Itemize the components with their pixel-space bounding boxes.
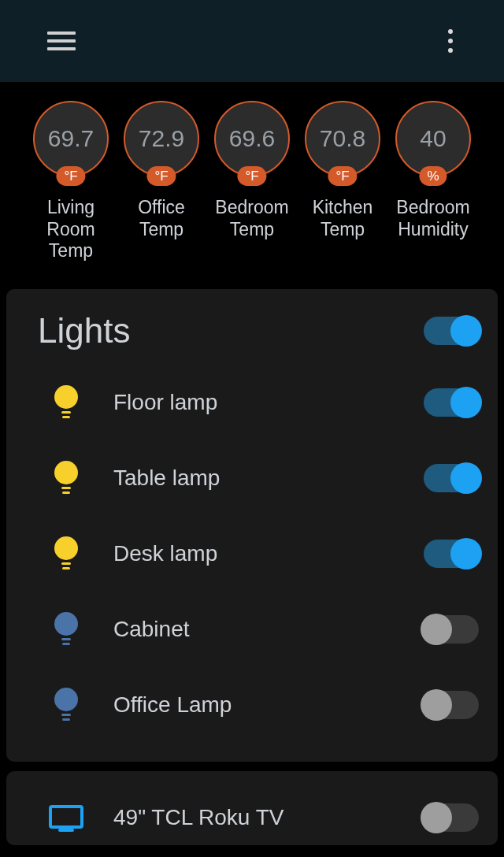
bulb-icon <box>19 460 113 496</box>
unit-badge: °F <box>146 166 176 186</box>
svg-rect-2 <box>62 416 70 418</box>
svg-point-12 <box>54 688 78 711</box>
svg-rect-15 <box>50 807 82 827</box>
sensor-bedroom-temp[interactable]: 69.6 °F Bedroom Temp <box>213 101 291 240</box>
svg-rect-13 <box>61 714 71 716</box>
sensor-strip: 69.7 °F Living Room Temp 72.9 °F Office … <box>0 82 504 280</box>
sensor-value: 72.9 <box>139 125 184 152</box>
sensor-label: Kitchen Temp <box>313 197 373 240</box>
light-row-cabinet: Cabinet <box>19 592 479 667</box>
light-row-desk-lamp: Desk lamp <box>19 516 479 592</box>
bulb-icon <box>19 611 113 647</box>
unit-badge: °F <box>328 166 357 186</box>
bulb-icon <box>19 384 113 421</box>
menu-icon[interactable] <box>47 25 79 57</box>
light-toggle[interactable] <box>424 540 479 568</box>
sensor-ring: 69.7 °F <box>33 101 109 176</box>
media-toggle[interactable] <box>424 803 479 832</box>
sensor-value: 69.6 <box>229 125 275 152</box>
sensor-ring: 40 % <box>395 101 471 176</box>
light-label: Cabinet <box>113 617 424 642</box>
sensor-office-temp[interactable]: 72.9 °F Office Temp <box>122 101 201 240</box>
bulb-icon <box>19 536 113 572</box>
svg-rect-8 <box>62 567 70 569</box>
sensor-kitchen-temp[interactable]: 70.8 °F Kitchen Temp <box>303 101 382 240</box>
unit-badge: % <box>419 166 447 186</box>
svg-rect-10 <box>61 638 71 640</box>
unit-badge: °F <box>56 166 85 186</box>
svg-rect-7 <box>61 562 71 565</box>
sensor-bedroom-humidity[interactable]: 40 % Bedroom Humidity <box>394 101 472 240</box>
top-bar <box>0 0 504 82</box>
sensor-label: Bedroom Humidity <box>396 197 469 240</box>
sensor-value: 40 <box>420 125 446 152</box>
light-toggle[interactable] <box>424 464 479 492</box>
svg-point-3 <box>54 461 78 484</box>
lights-master-toggle[interactable] <box>424 317 479 345</box>
lights-card: Lights Floor lamp Table lamp Desk lamp C… <box>6 289 498 762</box>
tv-icon <box>19 803 113 832</box>
light-label: Office Lamp <box>113 692 424 718</box>
light-toggle[interactable] <box>424 691 479 719</box>
sensor-label: Living Room Temp <box>46 197 94 262</box>
sensor-living-room-temp[interactable]: 69.7 °F Living Room Temp <box>32 101 110 262</box>
sensor-ring: 72.9 °F <box>124 101 199 176</box>
bulb-icon <box>19 687 113 723</box>
light-label: Floor lamp <box>113 390 424 415</box>
media-card: 49" TCL Roku TV <box>6 771 498 845</box>
media-row-tv: 49" TCL Roku TV <box>19 790 479 845</box>
media-label: 49" TCL Roku TV <box>113 805 424 830</box>
lights-title: Lights <box>38 311 130 351</box>
sensor-value: 70.8 <box>320 125 365 152</box>
svg-rect-11 <box>62 643 70 645</box>
sensor-label: Office Temp <box>138 197 185 240</box>
svg-rect-14 <box>62 718 70 721</box>
svg-rect-1 <box>61 411 71 414</box>
sensor-label: Bedroom Temp <box>215 197 288 240</box>
svg-rect-5 <box>62 492 70 494</box>
unit-badge: °F <box>237 166 266 186</box>
sensor-value: 69.7 <box>48 125 94 152</box>
light-row-floor-lamp: Floor lamp <box>19 365 479 440</box>
svg-point-9 <box>54 612 78 636</box>
sensor-ring: 69.6 °F <box>214 101 290 176</box>
light-label: Table lamp <box>113 466 424 491</box>
light-toggle[interactable] <box>424 388 479 417</box>
svg-rect-4 <box>61 487 71 489</box>
light-row-table-lamp: Table lamp <box>19 440 479 516</box>
overflow-menu-icon[interactable] <box>435 25 466 57</box>
light-row-office-lamp: Office Lamp <box>19 667 479 743</box>
light-toggle[interactable] <box>424 615 479 644</box>
svg-point-0 <box>54 385 78 409</box>
light-label: Desk lamp <box>113 541 424 566</box>
svg-point-6 <box>54 536 78 560</box>
sensor-ring: 70.8 °F <box>305 101 380 176</box>
